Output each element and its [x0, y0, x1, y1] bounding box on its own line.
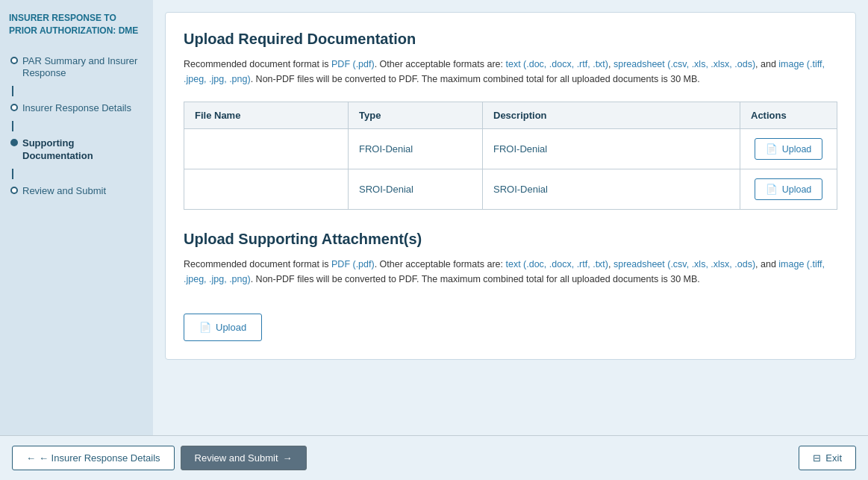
table-row: FROI-Denial FROI-Denial 📄 Upload [184, 129, 837, 169]
cell-action-0: 📄 Upload [740, 129, 837, 169]
sidebar-item-label-insurer-response-details: Insurer Response Details [22, 102, 131, 115]
sidebar-dot-review-and-submit [10, 187, 18, 194]
upload-supporting-section: Upload Supporting Attachment(s) Recommen… [184, 231, 837, 341]
sidebar: INSURER RESPONSE TO PRIOR AUTHORIZATION:… [0, 0, 153, 435]
sidebar-item-label-supporting-documentation: Supporting Documentation [22, 137, 144, 163]
upload-label-sroi: Upload [782, 184, 812, 195]
upload-button-supporting[interactable]: 📄 Upload [184, 314, 262, 341]
col-header-actions: Actions [740, 102, 837, 129]
content-card: Upload Required Documentation Recommende… [165, 12, 856, 360]
col-header-filename: File Name [184, 102, 349, 129]
sidebar-item-label-review-and-submit: Review and Submit [22, 185, 106, 198]
upload-required-description: Recommended document format is PDF (.pdf… [184, 57, 837, 87]
exit-button[interactable]: ⊟ Exit [799, 446, 856, 470]
text-link: text (.doc, .docx, .rtf, .txt) [505, 59, 608, 69]
upload-button-froi[interactable]: 📄 Upload [755, 138, 823, 160]
sidebar-item-supporting-documentation[interactable]: Supporting Documentation [9, 131, 144, 169]
cell-filename-1 [184, 169, 349, 210]
sidebar-item-insurer-response-details[interactable]: Insurer Response Details [9, 96, 144, 121]
upload-label-supporting: Upload [216, 322, 246, 333]
cell-type-1: SROI-Denial [349, 169, 483, 210]
cell-type-0: FROI-Denial [349, 129, 483, 169]
table-row: SROI-Denial SROI-Denial 📄 Upload [184, 169, 837, 210]
cell-description-0: FROI-Denial [483, 129, 740, 169]
upload-supporting-title: Upload Supporting Attachment(s) [184, 231, 837, 248]
footer: ← ← Insurer Response Details Review and … [0, 435, 868, 480]
cell-action-1: 📄 Upload [740, 169, 837, 210]
upload-label-froi: Upload [782, 144, 812, 155]
next-arrow-icon: → [283, 452, 293, 464]
sidebar-dot-par-summary [10, 57, 18, 64]
next-button[interactable]: Review and Submit → [181, 446, 307, 470]
upload-icon-supporting: 📄 [199, 322, 211, 333]
exit-label: Exit [825, 452, 842, 464]
sidebar-title: INSURER RESPONSE TO PRIOR AUTHORIZATION:… [9, 12, 144, 37]
back-button[interactable]: ← ← Insurer Response Details [12, 446, 175, 470]
cell-filename-0 [184, 129, 349, 169]
text-link-2: text (.doc, .docx, .rtf, .txt) [505, 259, 608, 269]
upload-icon-sroi: 📄 [766, 184, 778, 195]
spreadsheet-link-2: spreadsheet (.csv, .xls, .xlsx, .ods) [613, 259, 755, 269]
required-docs-table: File Name Type Description Actions FROI-… [184, 102, 837, 210]
pdf-link-2: PDF (.pdf) [331, 259, 375, 269]
col-header-description: Description [483, 102, 740, 129]
back-arrow-icon: ← [26, 452, 36, 464]
pdf-link: PDF (.pdf) [331, 59, 375, 69]
spreadsheet-link: spreadsheet (.csv, .xls, .xlsx, .ods) [613, 59, 755, 69]
sidebar-dot-supporting-documentation [10, 139, 18, 146]
next-label: Review and Submit [195, 452, 278, 464]
sidebar-dot-insurer-response-details [10, 104, 18, 111]
sidebar-item-label-par-summary: PAR Summary and Insurer Response [22, 55, 144, 81]
upload-required-section: Upload Required Documentation Recommende… [184, 31, 837, 210]
main-content: Upload Required Documentation Recommende… [153, 0, 868, 435]
footer-nav-buttons: ← ← Insurer Response Details Review and … [12, 446, 307, 470]
upload-icon-froi: 📄 [766, 143, 778, 155]
upload-required-title: Upload Required Documentation [184, 31, 837, 48]
sidebar-item-review-and-submit[interactable]: Review and Submit [9, 179, 144, 204]
table-header-row: File Name Type Description Actions [184, 102, 837, 129]
cell-description-1: SROI-Denial [483, 169, 740, 210]
exit-icon: ⊟ [813, 452, 821, 464]
sidebar-connector-2 [12, 121, 13, 131]
sidebar-item-par-summary[interactable]: PAR Summary and Insurer Response [9, 49, 144, 87]
col-header-type: Type [349, 102, 483, 129]
sidebar-connector-1 [12, 86, 13, 96]
back-label: ← Insurer Response Details [39, 452, 160, 464]
sidebar-connector-3 [12, 169, 13, 179]
upload-button-sroi[interactable]: 📄 Upload [755, 178, 823, 200]
upload-supporting-description: Recommended document format is PDF (.pdf… [184, 257, 837, 287]
